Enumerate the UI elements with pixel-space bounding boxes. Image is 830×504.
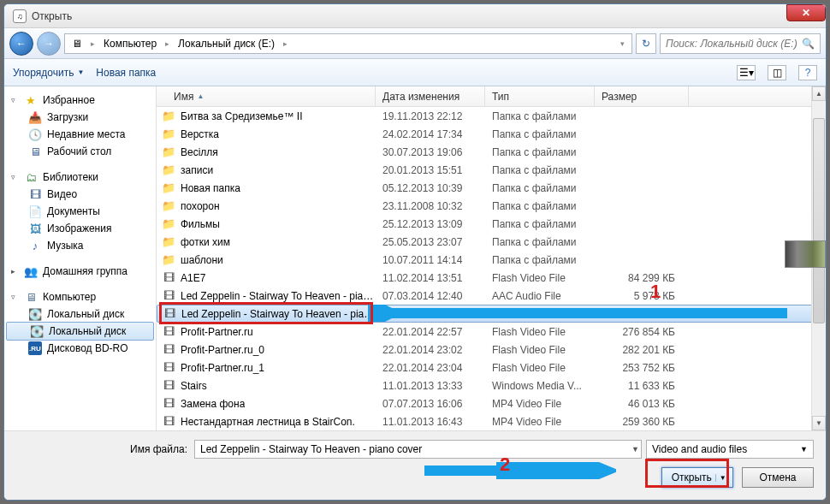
- homegroup-header[interactable]: ▸ 👥 Домашняя группа: [4, 263, 156, 280]
- scroll-down-button[interactable]: ▼: [812, 416, 826, 430]
- video-file-icon: 🎞: [162, 343, 175, 357]
- breadcrumb-drive[interactable]: Локальный диск (E:): [175, 38, 278, 50]
- filename-label: Имя файла:: [16, 443, 187, 455]
- scroll-up-button[interactable]: ▲: [812, 86, 826, 101]
- nav-documents[interactable]: 📄Документы: [4, 203, 156, 220]
- favorites-header[interactable]: ▿ ★ Избранное: [4, 92, 156, 109]
- file-date: 23.11.2008 10:32: [376, 200, 485, 212]
- preview-thumbnail: [785, 240, 826, 268]
- organize-menu[interactable]: Упорядочить ▼: [13, 67, 84, 79]
- chevron-down-icon: ▼: [77, 68, 84, 76]
- filename-input[interactable]: [194, 440, 642, 459]
- file-row[interactable]: 📁шаблони10.07.2011 14:14Папка с файлами: [157, 251, 826, 269]
- file-type: MP4 Video File: [485, 398, 595, 410]
- file-row[interactable]: 🎞Stairs11.01.2013 13:33Windows Media V..…: [157, 377, 826, 394]
- file-date: 10.07.2011 14:14: [376, 254, 485, 266]
- navigation-pane[interactable]: ▿ ★ Избранное 📥Загрузки 🕓Недавние места …: [4, 86, 157, 430]
- chevron-down-icon: ▼: [800, 445, 808, 454]
- folder-icon: 📁: [162, 145, 175, 159]
- file-date: 11.01.2013 16:43: [376, 416, 485, 428]
- dialog-window: ♫ Открыть ✕ ← → 🖥 ▸ Компьютер ▸ Локальны…: [3, 3, 827, 501]
- file-size: 259 360 КБ: [595, 416, 680, 428]
- file-type: AAC Audio File: [485, 290, 595, 302]
- file-row[interactable]: 📁Битва за Средиземье™ II19.11.2013 22:12…: [157, 107, 826, 125]
- file-list[interactable]: 📁Битва за Средиземье™ II19.11.2013 22:12…: [157, 107, 826, 430]
- file-date: 22.01.2014 22:57: [376, 326, 485, 338]
- nav-music[interactable]: ♪Музыка: [4, 237, 156, 254]
- file-row[interactable]: 🎞Led Zeppelin - Stairway To Heaven - pia…: [157, 305, 826, 323]
- breadcrumb-computer[interactable]: Компьютер: [100, 38, 160, 50]
- column-name[interactable]: Имя ▲: [157, 86, 376, 106]
- breadcrumb[interactable]: 🖥 ▸ Компьютер ▸ Локальный диск (E:) ▸ ▾: [64, 33, 632, 54]
- view-options-button[interactable]: ☰▾: [737, 65, 756, 80]
- file-row[interactable]: 🎞Profit-Partner.ru_122.01.2014 23:04Flas…: [157, 359, 826, 377]
- cancel-button[interactable]: Отмена: [742, 467, 814, 488]
- file-row[interactable]: 🎞A1E711.02.2014 13:51Flash Video File84 …: [157, 269, 826, 287]
- nav-recent[interactable]: 🕓Недавние места: [4, 126, 156, 143]
- file-name: Led Zeppelin - Stairway To Heaven - pian…: [181, 290, 376, 302]
- file-type: Папка с файлами: [485, 236, 595, 248]
- file-type: Папка с файлами: [485, 200, 595, 212]
- chevron-down-icon[interactable]: ▾: [617, 39, 628, 48]
- chevron-right-icon: ▸: [280, 39, 291, 48]
- new-folder-button[interactable]: Новая папка: [96, 67, 156, 79]
- file-row[interactable]: 📁фотки хим25.05.2013 23:07Папка с файлам…: [157, 233, 826, 251]
- file-row[interactable]: 🎞Profit-Partner.ru22.01.2014 22:57Flash …: [157, 323, 826, 341]
- nav-videos[interactable]: 🎞Видео: [4, 186, 156, 203]
- file-type: Flash Video File: [485, 344, 595, 356]
- back-button[interactable]: ←: [9, 32, 33, 56]
- search-input[interactable]: [666, 38, 797, 50]
- file-type: Папка с файлами: [485, 128, 595, 140]
- file-type: Папка с файлами: [485, 164, 595, 176]
- help-button[interactable]: ?: [798, 65, 817, 80]
- column-type[interactable]: Тип: [485, 86, 595, 106]
- nav-drive-e[interactable]: 💽Локальный диск: [6, 322, 154, 341]
- open-button[interactable]: Открыть ▼: [661, 467, 733, 488]
- file-row[interactable]: 🎞Profit-Partner.ru_022.01.2014 23:02Flas…: [157, 341, 826, 359]
- expand-icon: ▿: [11, 293, 19, 301]
- file-row[interactable]: 📁Весілля30.07.2013 19:06Папка с файлами: [157, 143, 826, 161]
- file-row[interactable]: 📁Фильмы25.12.2013 13:09Папка с файлами: [157, 215, 826, 233]
- expand-icon: ▿: [11, 96, 19, 104]
- library-icon: 🗂: [24, 170, 38, 184]
- file-name: Новая папка: [181, 182, 240, 194]
- nav-downloads[interactable]: 📥Загрузки: [4, 109, 156, 126]
- video-file-icon: 🎞: [162, 325, 175, 339]
- list-header: Имя ▲ Дата изменения Тип Размер: [157, 86, 826, 107]
- refresh-button[interactable]: ↻: [636, 33, 656, 54]
- file-date: 05.12.2013 10:39: [376, 182, 485, 194]
- computer-header[interactable]: ▿ 🖥 Компьютер: [4, 288, 156, 305]
- nav-desktop[interactable]: 🖥Рабочий стол: [4, 143, 156, 160]
- expand-icon: ▿: [11, 173, 19, 181]
- file-name: фотки хим: [181, 236, 230, 248]
- close-button[interactable]: ✕: [786, 4, 826, 21]
- file-row[interactable]: 🎞Замена фона07.07.2013 16:06MP4 Video Fi…: [157, 394, 826, 412]
- nav-bd-drive[interactable]: .RUДисковод BD-RO: [4, 340, 156, 357]
- forward-button[interactable]: →: [37, 32, 61, 56]
- file-row[interactable]: 🎞Led Zeppelin - Stairway To Heaven - pia…: [157, 287, 826, 305]
- nav-pictures[interactable]: 🖼Изображения: [4, 220, 156, 237]
- file-row[interactable]: 📁Новая папка05.12.2013 10:39Папка с файл…: [157, 179, 826, 197]
- file-size: 5 973 КБ: [595, 290, 680, 302]
- preview-pane-button[interactable]: ◫: [768, 65, 786, 80]
- filename-dropdown-icon[interactable]: ▼: [631, 445, 639, 454]
- file-row[interactable]: 📁записи20.01.2013 15:51Папка с файлами: [157, 161, 826, 179]
- file-row[interactable]: 📁похорон23.11.2008 10:32Папка с файлами: [157, 197, 826, 215]
- scroll-thumb[interactable]: [813, 118, 825, 323]
- nav-drive-c[interactable]: 💽Локальный диск: [4, 305, 156, 323]
- file-date: 07.07.2013 16:06: [376, 398, 485, 410]
- file-row[interactable]: 🎞Нестандартная лестница в StairCon.11.01…: [157, 412, 826, 430]
- file-row[interactable]: 📁Верстка24.02.2014 17:34Папка с файлами: [157, 125, 826, 143]
- file-type: MP4 Video File: [485, 416, 595, 428]
- column-date[interactable]: Дата изменения: [376, 86, 485, 106]
- file-size: 282 201 КБ: [595, 344, 680, 356]
- column-size[interactable]: Размер: [595, 86, 689, 106]
- search-box[interactable]: 🔍: [660, 33, 821, 54]
- libraries-header[interactable]: ▿ 🗂 Библиотеки: [4, 169, 156, 186]
- picture-icon: 🖼: [28, 222, 42, 235]
- file-size: 84 299 КБ: [595, 272, 680, 284]
- file-type: Папка с файлами: [485, 182, 595, 194]
- filetype-select[interactable]: Video and audio files ▼: [646, 440, 814, 459]
- file-date: 19.11.2013 22:12: [376, 110, 485, 122]
- video-file-icon: 🎞: [162, 379, 175, 393]
